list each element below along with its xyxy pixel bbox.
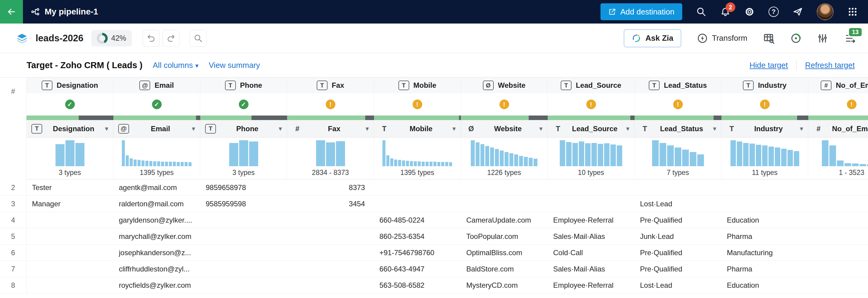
- cell-no_of_employees[interactable]: [808, 179, 868, 196]
- histogram-bars[interactable]: [471, 139, 537, 166]
- cell-mobile[interactable]: 563-508-6582: [374, 277, 461, 294]
- cell-no_of_employees[interactable]: [808, 277, 868, 294]
- cell-mobile[interactable]: 660-643-4947: [374, 261, 461, 277]
- status-warning-icon[interactable]: !: [760, 99, 770, 109]
- cell-industry[interactable]: Pharma: [721, 228, 808, 245]
- cell-mobile[interactable]: +91-7546798760: [374, 245, 461, 261]
- target-column-header-mobile[interactable]: TMobile: [374, 78, 461, 93]
- cell-email[interactable]: garyldenson@zylker....: [114, 212, 200, 228]
- status-warning-icon[interactable]: !: [586, 99, 596, 109]
- cell-website[interactable]: [461, 196, 548, 212]
- cell-lead_source[interactable]: Employee·Referral: [548, 277, 634, 294]
- ask-zia-button[interactable]: Ask Zia: [624, 29, 681, 47]
- column-menu-caret-icon[interactable]: ▾: [366, 125, 369, 133]
- cell-email[interactable]: roycfields@zylker.com: [114, 277, 200, 294]
- add-destination-button[interactable]: Add destination: [600, 3, 682, 20]
- all-columns-dropdown[interactable]: All columns▾: [153, 61, 198, 70]
- cell-website[interactable]: TooPopular.com: [461, 228, 548, 245]
- cell-lead_status[interactable]: Pre·Qualified: [634, 261, 721, 277]
- cell-website[interactable]: MysteryCD.com: [461, 277, 548, 294]
- quality-bar-phone[interactable]: [200, 116, 287, 120]
- apps-grid-icon[interactable]: [847, 7, 858, 17]
- cell-website[interactable]: BaldStore.com: [461, 261, 548, 277]
- user-avatar[interactable]: [817, 3, 834, 20]
- cell-website[interactable]: OptimalBliss.com: [461, 245, 548, 261]
- quality-gauge-icon[interactable]: [790, 33, 802, 44]
- quality-bar-email[interactable]: [114, 116, 200, 120]
- cell-fax[interactable]: 8373: [287, 179, 374, 196]
- source-column-header-website[interactable]: ØWebsite▾: [461, 120, 548, 138]
- target-column-header-email[interactable]: @Email: [114, 78, 200, 93]
- cell-email[interactable]: agentk@mail.com: [114, 179, 200, 196]
- search-data-button[interactable]: [190, 30, 207, 47]
- help-icon[interactable]: ?: [769, 7, 779, 17]
- undo-button[interactable]: [143, 30, 159, 47]
- cell-website[interactable]: CameraUpdate.com: [461, 212, 548, 228]
- quality-bar-lead_source[interactable]: [548, 116, 634, 120]
- table-search-icon[interactable]: [763, 33, 775, 44]
- data-quality-percent-badge[interactable]: 42%: [91, 30, 132, 47]
- cell-phone[interactable]: 9859658978: [200, 179, 287, 196]
- source-column-header-fax[interactable]: #Fax▾: [287, 120, 374, 138]
- target-column-header-no_of_employees[interactable]: #No_of_Emplo: [808, 78, 868, 93]
- cell-mobile[interactable]: 860-253-6354: [374, 228, 461, 245]
- quality-bar-no_of_employees[interactable]: [808, 116, 868, 120]
- column-menu-caret-icon[interactable]: ▾: [279, 125, 282, 133]
- target-column-header-phone[interactable]: TPhone: [200, 78, 287, 93]
- quality-bar-designation[interactable]: [27, 116, 114, 120]
- cell-phone[interactable]: [200, 212, 287, 228]
- status-warning-icon[interactable]: !: [673, 99, 683, 109]
- hide-target-link[interactable]: Hide target: [749, 61, 788, 70]
- source-column-header-lead_status[interactable]: TLead_Status▾: [634, 120, 721, 138]
- cell-lead_status[interactable]: Pre·Qualified: [634, 212, 721, 228]
- notifications-bell-icon[interactable]: 2: [720, 7, 731, 17]
- histogram-bars[interactable]: [122, 139, 191, 166]
- status-warning-icon[interactable]: !: [499, 99, 509, 109]
- histogram-bars[interactable]: [652, 139, 704, 166]
- cell-designation[interactable]: [27, 245, 114, 261]
- cell-mobile[interactable]: [374, 179, 461, 196]
- cell-industry[interactable]: Pharma: [721, 261, 808, 277]
- cell-email[interactable]: marychall@zylker.com: [114, 228, 200, 245]
- cell-fax[interactable]: [287, 245, 374, 261]
- quality-bar-lead_status[interactable]: [634, 116, 721, 120]
- source-column-header-phone[interactable]: TPhone▾: [200, 120, 287, 138]
- status-warning-icon[interactable]: !: [847, 99, 857, 109]
- histogram-bars[interactable]: [229, 139, 258, 166]
- histogram-bars[interactable]: [560, 139, 622, 166]
- cell-industry[interactable]: Manufacturing: [721, 245, 808, 261]
- equalizer-icon[interactable]: [817, 33, 829, 44]
- source-column-header-email[interactable]: @Email▾: [114, 120, 200, 138]
- cell-lead_status[interactable]: Lost·Lead: [634, 196, 721, 212]
- column-menu-caret-icon[interactable]: ▾: [713, 125, 716, 133]
- column-menu-caret-icon[interactable]: ▾: [626, 125, 629, 133]
- applied-steps-icon[interactable]: 13: [844, 33, 856, 44]
- cell-lead_source[interactable]: Sales·Mail·Alias: [548, 261, 634, 277]
- source-column-header-industry[interactable]: TIndustry▾: [721, 120, 808, 138]
- source-column-header-no_of_employees[interactable]: #No_of_Emplo▾: [808, 120, 868, 138]
- settings-gear-icon[interactable]: [744, 7, 754, 17]
- cell-no_of_employees[interactable]: [808, 245, 868, 261]
- cell-lead_source[interactable]: Sales·Mail·Alias: [548, 228, 634, 245]
- cell-lead_source[interactable]: [548, 179, 634, 196]
- target-column-header-lead_status[interactable]: TLead_Status: [634, 78, 721, 93]
- cell-no_of_employees[interactable]: [808, 196, 868, 212]
- source-column-header-mobile[interactable]: TMobile▾: [374, 120, 461, 138]
- cell-phone[interactable]: [200, 261, 287, 277]
- histogram-bars[interactable]: [382, 139, 452, 166]
- cell-industry[interactable]: Education: [721, 212, 808, 228]
- target-column-header-designation[interactable]: TDesignation: [27, 78, 114, 93]
- cell-no_of_employees[interactable]: [808, 212, 868, 228]
- histogram-bars[interactable]: [822, 139, 868, 166]
- status-warning-icon[interactable]: !: [412, 99, 422, 109]
- paper-plane-icon[interactable]: [793, 7, 803, 17]
- cell-fax[interactable]: [287, 261, 374, 277]
- cell-email[interactable]: cliffrhuddleston@zyl...: [114, 261, 200, 277]
- cell-phone[interactable]: [200, 228, 287, 245]
- status-ok-icon[interactable]: ✓: [65, 99, 75, 109]
- cell-lead_status[interactable]: Junk·Lead: [634, 228, 721, 245]
- cell-website[interactable]: [461, 179, 548, 196]
- cell-fax[interactable]: [287, 212, 374, 228]
- quality-bar-website[interactable]: [461, 116, 548, 120]
- histogram-bars[interactable]: [731, 139, 799, 166]
